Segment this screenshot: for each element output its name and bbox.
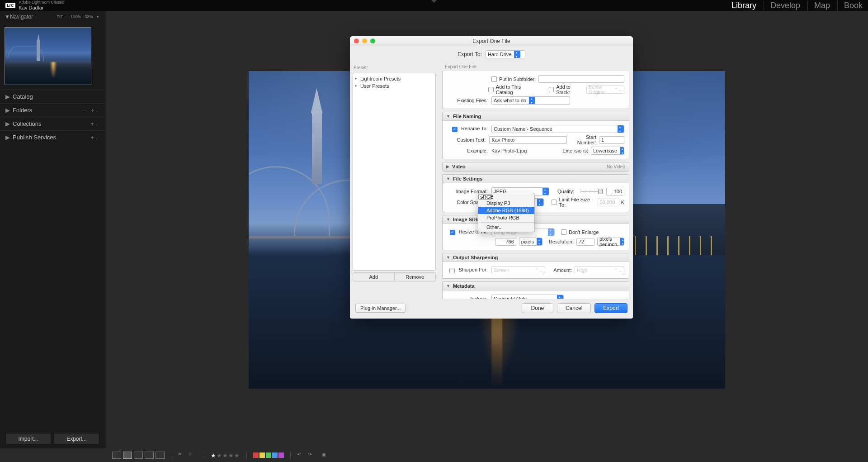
label-red[interactable]	[253, 452, 259, 458]
extensions-select[interactable]: Lowercase	[591, 147, 624, 155]
preset-add-button[interactable]: Add	[353, 273, 395, 281]
start-number-input[interactable]	[599, 136, 624, 144]
pixels-unit-select[interactable]: pixels	[519, 238, 542, 246]
quality-input[interactable]	[606, 188, 624, 195]
left-panel: ▼ Navigator FIT: 100% 33% ▾ ▶Catalog ▶Fo…	[0, 11, 105, 448]
section-metadata[interactable]: ▼Metadata	[443, 282, 629, 291]
dont-enlarge-checkbox[interactable]	[561, 229, 566, 235]
color-labels[interactable]	[253, 452, 284, 458]
dialog-title: Export One File	[350, 38, 633, 44]
navigator-zoom[interactable]: FIT: 100% 33% ▾	[55, 14, 100, 19]
cs-option-other[interactable]: Other...	[478, 224, 534, 231]
export-to-label: Export To:	[458, 51, 482, 57]
subfolder-input[interactable]	[538, 75, 624, 83]
view-people-icon[interactable]	[156, 452, 165, 459]
rotate-ccw-icon[interactable]: ↶	[297, 452, 306, 459]
quality-slider[interactable]	[580, 188, 603, 195]
section-image-sizing[interactable]: ▼Image Sizing	[443, 215, 629, 224]
folders-ops[interactable]: − +.	[82, 107, 99, 114]
label-purple[interactable]	[278, 452, 284, 458]
existing-files-select[interactable]: Ask what to do	[491, 96, 570, 105]
module-picker: Library Develop Map Book	[725, 1, 863, 10]
module-book[interactable]: Book	[837, 1, 863, 10]
limit-filesize-checkbox[interactable]	[552, 200, 557, 205]
limit-filesize-input	[598, 199, 619, 206]
resize-checkbox[interactable]	[450, 230, 455, 235]
sharpen-for-select: Screen⌃⌄	[491, 266, 546, 274]
export-button[interactable]: Export...	[54, 433, 99, 445]
app-title: Adobe Lightroom Classic	[19, 0, 64, 5]
preset-lightroom[interactable]: Lightroom Presets	[353, 75, 435, 82]
panel-publish[interactable]: ▶Publish Services+.	[0, 130, 105, 144]
pixels-input[interactable]	[495, 238, 516, 246]
view-survey-icon[interactable]	[145, 452, 154, 459]
cancel-button[interactable]: Cancel	[557, 303, 591, 313]
label-yellow[interactable]	[259, 452, 265, 458]
sharpen-amount-select: High⌃⌄	[575, 266, 624, 274]
example-text: Kav Photo-1.jpg	[491, 148, 527, 153]
rename-checkbox[interactable]	[452, 127, 458, 132]
view-grid-icon[interactable]	[112, 452, 121, 459]
navigator-label: Navigator	[10, 14, 33, 20]
section-file-naming[interactable]: ▼File Naming	[443, 112, 629, 121]
disclosure-icon: ▼	[5, 14, 10, 20]
rename-template-select[interactable]: Custom Name - Sequence	[491, 125, 624, 133]
slideshow-icon[interactable]: ▣	[321, 452, 330, 459]
export-to-select[interactable]: Hard Drive	[486, 50, 525, 58]
app-logo: LrC	[5, 3, 15, 8]
rotate-cw-icon[interactable]: ↷	[308, 452, 317, 459]
cs-option-srgb[interactable]: sRGB	[478, 194, 492, 200]
bottom-toolbar: ⚑ ⚐ ★★★★★ ↶ ↷ ▣	[0, 448, 868, 462]
module-map[interactable]: Map	[807, 1, 830, 10]
publish-add[interactable]: +.	[91, 134, 99, 141]
add-stack-checkbox	[549, 87, 554, 92]
panel-folders[interactable]: ▶Folders− +.	[0, 103, 105, 117]
collections-add[interactable]: +.	[91, 120, 99, 127]
plugin-manager-button[interactable]: Plug-in Manager...	[355, 304, 406, 313]
section-video[interactable]: ▶VideoNo Video	[443, 162, 629, 171]
export-dialog: Export One File Export To: Hard Drive Pr…	[350, 36, 633, 319]
panel-collections[interactable]: ▶Collections+.	[0, 117, 105, 130]
stack-select: Below Original⌃⌄	[586, 86, 624, 94]
cs-option-adobergb[interactable]: Adobe RGB (1998)	[478, 207, 534, 214]
navigator-thumbnail[interactable]	[5, 27, 91, 85]
panel-catalog[interactable]: ▶Catalog	[0, 90, 105, 103]
settings-label: Export One File	[442, 64, 629, 71]
app-topbar: LrC Adobe Lightroom Classic Kav Dadfar L…	[0, 0, 868, 11]
label-green[interactable]	[266, 452, 271, 458]
export-confirm-button[interactable]: Export	[594, 303, 627, 313]
cs-option-displayp3[interactable]: Display P3	[478, 200, 534, 207]
rating-stars[interactable]: ★★★★★	[211, 452, 240, 459]
preset-label: Preset:	[353, 64, 436, 73]
sharpen-checkbox[interactable]	[449, 268, 455, 273]
color-space-dropdown[interactable]: sRGB Display P3 Adobe RGB (1998) ProPhot…	[478, 193, 535, 232]
view-loupe-icon[interactable]	[123, 452, 132, 459]
cs-option-prophoto[interactable]: ProPhoto RGB	[478, 214, 534, 221]
resolution-unit-select[interactable]: pixels per inch	[597, 238, 624, 246]
resolution-input[interactable]	[576, 238, 594, 246]
add-catalog-checkbox[interactable]	[488, 87, 493, 92]
dialog-titlebar[interactable]: Export One File	[350, 36, 633, 46]
app-user: Kav Dadfar	[19, 5, 64, 10]
metadata-include-select[interactable]: Copyright Only	[491, 295, 564, 299]
image-canvas[interactable]: Export One File Export To: Hard Drive Pr…	[105, 11, 868, 448]
custom-text-input[interactable]	[489, 136, 566, 144]
view-compare-icon[interactable]	[134, 452, 143, 459]
preset-remove-button[interactable]: Remove	[395, 273, 436, 281]
module-library[interactable]: Library	[725, 1, 756, 10]
done-button[interactable]: Done	[522, 303, 553, 313]
module-develop[interactable]: Develop	[764, 1, 800, 10]
navigator-header[interactable]: ▼ Navigator FIT: 100% 33% ▾	[0, 11, 105, 23]
label-blue[interactable]	[272, 452, 278, 458]
section-sharpening[interactable]: ▼Output Sharpening	[443, 253, 629, 262]
filmstrip-notch[interactable]	[431, 0, 437, 3]
section-file-settings[interactable]: ▼File Settings	[443, 175, 629, 183]
subfolder-checkbox[interactable]	[491, 76, 497, 82]
chevron-down-icon[interactable]: ▾	[95, 14, 100, 19]
import-button[interactable]: Import...	[5, 433, 51, 445]
preset-user[interactable]: User Presets	[353, 82, 435, 90]
